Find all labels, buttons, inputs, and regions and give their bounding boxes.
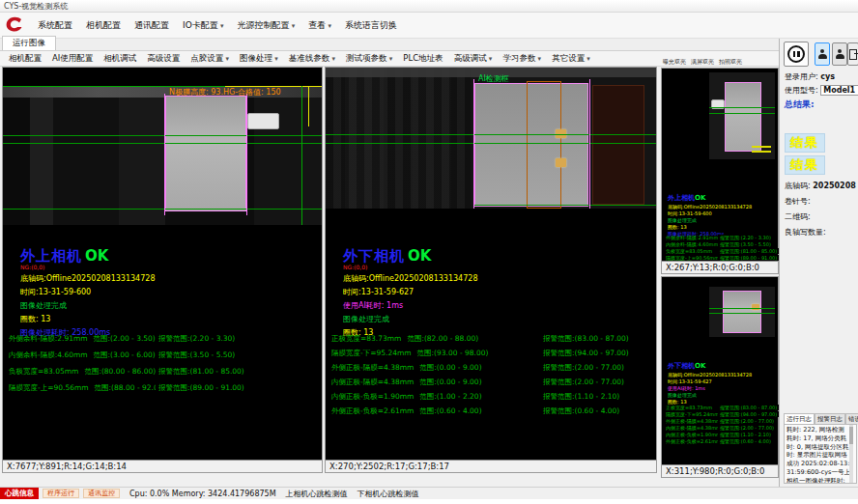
info-line: 图像处理完成: [343, 314, 477, 324]
tool-other-settings[interactable]: 其它设置: [547, 51, 596, 67]
info-line: 时间:13-31-59-627: [343, 287, 477, 297]
edge-marker: [164, 94, 165, 215]
tool-image-processing[interactable]: 图像处理: [235, 51, 284, 67]
menu-light-control-config[interactable]: 光源控制配置: [231, 16, 302, 35]
measurement-name: 正极宽度=83.73mm: [331, 334, 401, 343]
battery-cell-region: [723, 291, 761, 333]
tool-ai-usage-config[interactable]: AI使用配置: [47, 51, 99, 67]
result-text-block: 外上相机OK NG:(0,0) 底轴码:Offline2025020813313…: [20, 247, 155, 338]
preview-image-upper[interactable]: [709, 72, 775, 159]
measurement-range: 范围:(3.00 - 6.00): [94, 350, 156, 359]
tool-advanced-debug[interactable]: 高级调试: [449, 51, 499, 67]
menu-io-card-config[interactable]: IO卡配置: [176, 16, 231, 35]
camera-name-label: 外下相机: [668, 362, 695, 370]
camera-name-label: 外上相机: [668, 194, 695, 202]
log-text-area[interactable]: 耗时: 222, 网络检测耗时: 17, 网络分类耗时: 0, 网络提取分区耗时…: [784, 424, 857, 484]
menu-comm-config[interactable]: 通讯配置: [128, 16, 176, 35]
result-text: 结果: [790, 134, 819, 152]
measurement-range: 范围:(0.00 - 9.00): [419, 378, 481, 386]
lower-camera-heartbeat: 下相机心跳检测值: [358, 489, 419, 499]
info-line: 使用AI耗时: 1ms: [668, 385, 752, 391]
app-logo-icon: [4, 15, 25, 35]
measurement-range: 范围:(2.00 - 3.50): [94, 334, 156, 343]
model-label: 使用型号:: [785, 86, 818, 95]
measurement-name: 内侧正极-负极=1.90mm: [666, 432, 721, 437]
measurement-alarm: 报警范围:(2.00 - 77.00): [718, 418, 776, 424]
model-input[interactable]: Model1: [820, 85, 858, 96]
menu-view[interactable]: 查看: [301, 16, 338, 35]
ai-detect-box: [527, 81, 561, 209]
tool-plc-address-table[interactable]: PLC地址表: [398, 51, 448, 67]
info-line: 底轴码:Offline20250208133134728: [668, 204, 752, 210]
measurement-alarm: 报警范围:(3.50 - 5.50): [718, 241, 773, 247]
cursor-status-bar: X:7677;Y:891;R:14;G:14;B:14: [3, 460, 322, 472]
tab-highlight: [556, 158, 566, 167]
cursor-status-bar: X:270;Y:2502;R:17;G:17;B:17: [326, 460, 656, 472]
tool-learning-params[interactable]: 学习参数: [498, 51, 547, 67]
measurement-name: 内侧余料-隔膜:4.60mm: [9, 350, 88, 359]
measurement-name: 隔膜宽度-上=90.56mm: [9, 383, 89, 392]
measurement-alarm: 报警范围:(94.00 - 97.00): [718, 411, 779, 417]
camera-name-label: 外上相机: [20, 247, 82, 265]
menu-camera-config[interactable]: 相机配置: [79, 16, 128, 35]
measurement-alarm: 报警范围:(81.00 - 85.00): [156, 367, 247, 377]
measurement-alarm: 报警范围:(2.00 - 77.00): [540, 363, 627, 373]
tool-advanced-settings[interactable]: 高级设置: [142, 51, 186, 67]
preview-header: 曝光双亮 满屏双亮 拍照双亮: [661, 57, 779, 68]
measure-line: [3, 135, 322, 136]
tool-glue-settings[interactable]: 点胶设置: [186, 51, 235, 67]
preview-image-lower[interactable]: [709, 287, 775, 337]
measurement-alarm: 报警范围:(2.00 - 77.00): [540, 378, 627, 387]
measurement-name: 负极宽度=83.05mm: [666, 248, 712, 254]
cursor-status-bar: X:267;Y:13;R:0;G:0;B:0: [662, 261, 778, 273]
tab-run-image[interactable]: 运行图像: [2, 36, 56, 50]
user-button[interactable]: [815, 42, 830, 66]
measurement-name: 外侧正极-隔膜=4.38mm: [666, 418, 721, 424]
result-ok-label: OK: [695, 194, 705, 202]
tool-camera-debug[interactable]: 相机调试: [99, 51, 142, 67]
menu-language-switch[interactable]: 系统语言切换: [338, 16, 404, 35]
measurement-alarm: 报警范围:(0.60 - 4.00): [718, 438, 773, 444]
measurement-name: 负极宽度=83.05mm: [9, 367, 78, 376]
camera-image-upper[interactable]: N极膜高度: 93.HG-合格值: 150: [3, 86, 322, 225]
lock-button[interactable]: [832, 42, 847, 66]
measurement-range: 范围:(1.00 - 2.20): [419, 392, 481, 401]
result-ok-label: OK: [408, 247, 431, 265]
measurement-row: 外侧余料-隔膜:2.91mm范围:(2.00 - 3.50) 报警范围:(2.2…: [3, 334, 322, 350]
measurement-name: 外侧余料-隔膜:2.91mm: [666, 235, 718, 240]
pause-icon: [787, 45, 805, 63]
preview-panel-lower: 外下相机OK 底轴码:Offline20250208133134728 时间:1…: [661, 276, 779, 478]
battery-cell-region: [725, 82, 761, 152]
measurement-range: 范围:(80.00 - 86.00): [84, 367, 156, 376]
tab-highlight: [752, 304, 759, 310]
pause-button[interactable]: [784, 42, 809, 67]
menu-system-config[interactable]: 系统配置: [31, 16, 79, 35]
result-ok-label: OK: [85, 247, 108, 265]
tool-camera-config[interactable]: 相机配置: [4, 51, 47, 67]
mini-measurement-list: 正极宽度=83.73mm报警范围:(83.00 - 87.00) 隔膜宽度-下=…: [662, 405, 778, 445]
exit-button[interactable]: [847, 42, 858, 66]
tool-baseline-params[interactable]: 基准线参数: [284, 51, 341, 67]
tab-connector: [247, 113, 279, 129]
info-line: 时间:13-31-59-600: [668, 210, 752, 216]
sidebar-buttons: [784, 42, 857, 69]
tool-test-item-params[interactable]: 测试项参数: [341, 51, 398, 67]
info-line: 时间:13-31-59-627: [668, 378, 752, 384]
log-scrollbar-thumb[interactable]: [849, 427, 853, 444]
camera-image-lower[interactable]: AI检测框: [326, 68, 656, 209]
measurement-name: 外侧余料-隔膜:2.91mm: [9, 334, 88, 343]
comm-monitor-chip[interactable]: 通讯监控: [83, 489, 120, 498]
measurement-name: 外侧正极-隔膜=4.38mm: [331, 363, 414, 372]
camera-panel-upper: N极膜高度: 93.HG-合格值: 150 外上相机OK NG:(0,0) 底轴…: [2, 67, 323, 473]
camera-name-label: 外下相机: [343, 247, 405, 265]
info-line: 时间:13-31-59-600: [20, 287, 155, 297]
measurement-alarm: 报警范围:(3.50 - 5.50): [156, 350, 238, 360]
program-running-chip[interactable]: 程序运行: [43, 489, 79, 498]
result-box-lower: 结果: [785, 155, 825, 175]
info-line: 底轴码:Offline20250208133134728: [343, 273, 477, 284]
login-user-label: 登录用户:: [785, 72, 818, 81]
edge-marker: [589, 79, 590, 209]
measurement-name: 正极宽度=83.73mm: [666, 405, 712, 410]
info-line: 圈数: 13: [668, 224, 752, 230]
measurement-name: 内侧余料-隔膜:4.60mm: [666, 241, 718, 247]
